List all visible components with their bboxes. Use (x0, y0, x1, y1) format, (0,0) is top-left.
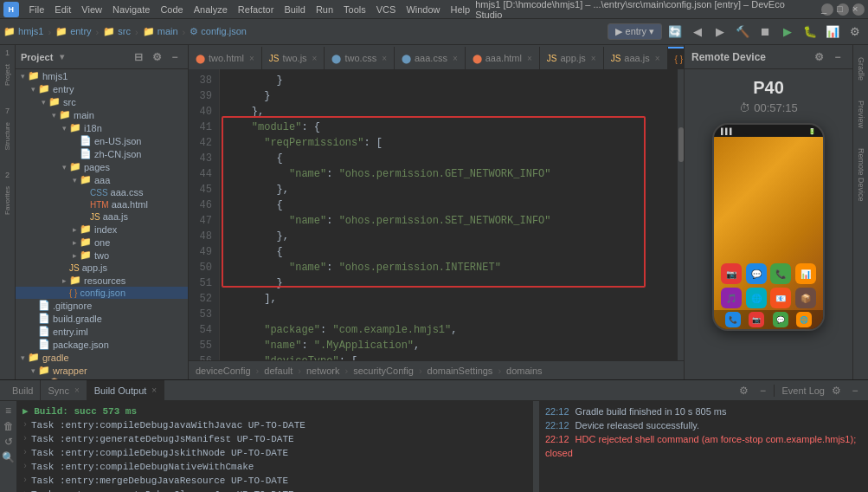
profile-button[interactable]: 📊 (823, 23, 842, 42)
status-network[interactable]: network (306, 366, 340, 376)
dock-icon-1[interactable]: 📞 (725, 312, 741, 327)
tree-aaa[interactable]: ▾ 📁 aaa (16, 173, 188, 186)
menu-help[interactable]: Help (446, 3, 476, 16)
tab-aaa-js[interactable]: JS aaa.js × (604, 47, 668, 69)
menu-navigate[interactable]: Navigate (107, 3, 155, 16)
sync-tab-close[interactable]: × (74, 385, 80, 395)
build-settings-icon[interactable]: ⚙ (736, 385, 751, 397)
bc-hmjs1[interactable]: 📁 hmjs1 (3, 26, 43, 37)
tree-aaa-html[interactable]: HTM aaa.html (16, 198, 188, 210)
build-hide-icon[interactable]: − (755, 385, 770, 397)
tab-close-aaa-js[interactable]: × (655, 54, 660, 63)
bc-main[interactable]: 📁 main (143, 26, 178, 37)
tab-close-aaa-css[interactable]: × (453, 54, 458, 63)
tree-gitignore[interactable]: 📄 .gitignore (16, 299, 188, 312)
code-content[interactable]: } } }, "module": { "reqPermissions": [ {… (220, 69, 677, 360)
settings-button[interactable]: ⚙ (845, 23, 865, 42)
build-icon-3[interactable]: ↺ (4, 436, 13, 448)
tree-aaa-js[interactable]: JS aaa.js (16, 210, 188, 223)
settings-panel-icon[interactable]: ⚙ (149, 51, 164, 63)
tree-main[interactable]: ▾ 📁 main (16, 108, 188, 121)
tree-one[interactable]: ▸ 📁 one (16, 236, 188, 249)
menu-view[interactable]: View (76, 3, 107, 16)
build-button[interactable]: 🔨 (733, 23, 752, 42)
status-domainSettings[interactable]: domainSettings (428, 366, 493, 376)
tree-two[interactable]: ▸ 📁 two (16, 249, 188, 262)
build-icon-1[interactable]: ≡ (5, 405, 11, 417)
build-icon-2[interactable]: 🗑 (3, 420, 14, 432)
remote-settings-icon[interactable]: ⚙ (811, 51, 826, 63)
tab-config-json[interactable]: { } config.json × (668, 47, 684, 69)
tree-i18n[interactable]: ▾ 📁 i18n (16, 121, 188, 134)
debug-button[interactable]: 🐛 (800, 23, 820, 42)
app-icon-5[interactable]: 🎵 (721, 288, 742, 308)
tab-close-app-js[interactable]: × (591, 54, 596, 63)
app-icon-7[interactable]: 📧 (770, 288, 791, 308)
menu-window[interactable]: Window (401, 3, 445, 16)
dock-icon-2[interactable]: 📷 (749, 312, 764, 327)
status-default[interactable]: default (264, 366, 293, 376)
app-icon-6[interactable]: 🌐 (746, 288, 767, 308)
tree-zh-cn[interactable]: 📄 zh-CN.json (16, 147, 188, 160)
build-output-tab[interactable]: Build Output × (87, 380, 164, 401)
run-config-selector[interactable]: ▶ entry ▾ (608, 23, 662, 40)
menu-tools[interactable]: Tools (338, 3, 371, 16)
structure-tab[interactable]: Structure (3, 119, 11, 153)
menu-build[interactable]: Build (279, 3, 310, 16)
tree-build-gradle[interactable]: 📄 build.gradle (16, 312, 188, 325)
app-icon-3[interactable]: 📞 (770, 263, 791, 284)
project-tab[interactable]: Project (3, 61, 11, 89)
sync-tab[interactable]: Sync × (41, 380, 87, 401)
minimize-button[interactable]: _ (821, 3, 833, 16)
tree-wrapper[interactable]: ▾ 📁 wrapper (16, 364, 188, 377)
tab-aaa-html[interactable]: ⬤ aaa.html × (466, 47, 540, 69)
menu-code[interactable]: Code (155, 3, 188, 16)
tree-aaa-css[interactable]: CSS aaa.css (16, 186, 188, 198)
tree-package-json[interactable]: 📄 package.json (16, 338, 188, 351)
dock-icon-4[interactable]: 🌐 (796, 312, 812, 327)
hide-panel-icon[interactable]: − (167, 51, 183, 63)
tab-two-js[interactable]: JS two.js × (262, 47, 325, 69)
build-output-tab-close[interactable]: × (151, 385, 157, 395)
bc-src[interactable]: 📁 src (103, 26, 131, 37)
menu-analyze[interactable]: Analyze (189, 3, 233, 16)
bc-entry[interactable]: 📁 entry (55, 26, 92, 37)
refresh-button[interactable]: 🔄 (665, 23, 685, 42)
preview-tab[interactable]: Preview (857, 97, 865, 132)
tree-entry[interactable]: ▾ 📁 entry (16, 82, 188, 95)
editor-scrollbar[interactable] (677, 69, 684, 360)
menu-run[interactable]: Run (311, 3, 338, 16)
tab-close-two-css[interactable]: × (382, 54, 387, 63)
status-securityConfig[interactable]: securityConfig (353, 366, 414, 376)
dock-icon-3[interactable]: 💬 (773, 312, 788, 327)
favorites-tab[interactable]: Favorites (3, 183, 11, 218)
tree-src[interactable]: ▾ 📁 src (16, 95, 188, 108)
tree-gradle[interactable]: ▾ 📁 gradle (16, 351, 188, 364)
remote-hide-icon[interactable]: − (830, 51, 845, 63)
collapse-all-icon[interactable]: ⊟ (131, 51, 146, 63)
tab-close-aaa-html[interactable]: × (527, 54, 532, 63)
tab-two-css[interactable]: ⬤ two.css × (325, 47, 395, 69)
menu-file[interactable]: File (24, 3, 50, 16)
event-settings-icon[interactable]: ⚙ (828, 385, 844, 397)
maximize-button[interactable]: □ (837, 3, 849, 16)
app-icon-1[interactable]: 📷 (721, 263, 742, 284)
menu-refactor[interactable]: Refactor (233, 3, 280, 16)
tree-resources[interactable]: ▸ 📁 resources (16, 274, 188, 287)
app-icon-4[interactable]: 📊 (795, 263, 816, 284)
bc-config[interactable]: ⚙ config.json (190, 26, 247, 37)
tab-close-two-js[interactable]: × (312, 54, 318, 63)
tree-en-us[interactable]: 📄 en-US.json (16, 134, 188, 147)
build-icon-4[interactable]: 🔍 (2, 451, 15, 463)
gradle-tab[interactable]: Gradle (857, 54, 865, 84)
tab-app-js[interactable]: JS app.js × (540, 47, 604, 69)
tab-close-two-html[interactable]: × (249, 54, 254, 63)
build-scrollbar[interactable] (532, 401, 539, 492)
run-button[interactable]: ▶ (778, 23, 797, 42)
tab-two-html[interactable]: ⬤ two.html × (189, 47, 262, 69)
event-log-label[interactable]: Event Log (781, 385, 825, 396)
tab-aaa-css[interactable]: ⬤ aaa.css × (395, 47, 466, 69)
tree-entry-iml[interactable]: 📄 entry.iml (16, 325, 188, 338)
build-tab[interactable]: Build (5, 380, 41, 401)
remote-device-tab[interactable]: Remote Device (857, 145, 865, 205)
